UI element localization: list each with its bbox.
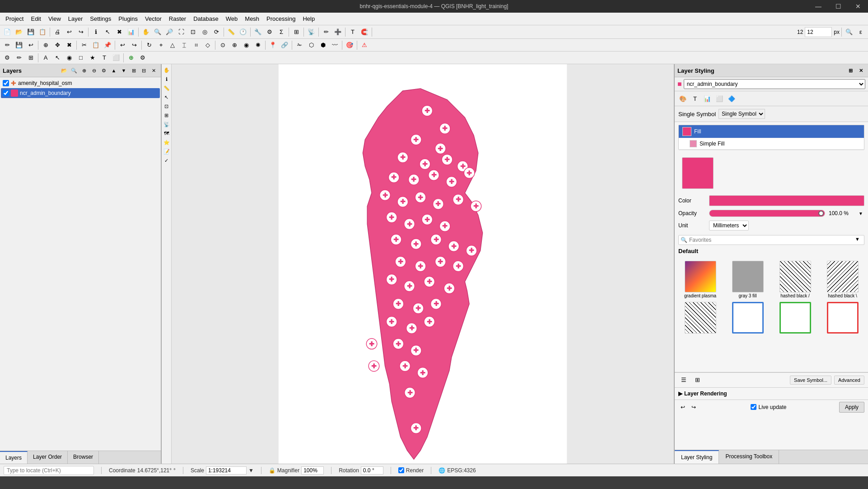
grid-view-btn[interactable]: ⊞ bbox=[692, 375, 703, 386]
symbol-red-outline[interactable] bbox=[821, 302, 864, 334]
open-project-button[interactable]: 📂 bbox=[14, 27, 24, 38]
font-size-input[interactable]: 12 bbox=[805, 27, 832, 37]
layer-select-dropdown[interactable]: ncr_admin_boundary bbox=[684, 79, 865, 89]
fill-color-preview[interactable] bbox=[682, 157, 714, 189]
menu-layer[interactable]: Layer bbox=[65, 14, 87, 24]
processing-button[interactable]: ⚙ bbox=[264, 27, 275, 38]
menu-edit[interactable]: Edit bbox=[27, 14, 44, 24]
layers-expand-btn[interactable]: ⊞ bbox=[129, 66, 138, 75]
pan-map-btn[interactable]: ✋ bbox=[163, 66, 171, 74]
layer-item-boundary[interactable]: ncr_admin_boundary bbox=[1, 88, 160, 98]
cut-features-button[interactable]: ✂ bbox=[79, 40, 89, 51]
zoom-full-button[interactable]: ⛶ bbox=[176, 27, 187, 38]
symbol-green-outline[interactable] bbox=[773, 302, 817, 334]
buffer-button[interactable]: ⬡ bbox=[306, 40, 317, 51]
filter-button[interactable]: 🔍 bbox=[844, 27, 854, 38]
menu-help[interactable]: Help bbox=[299, 14, 318, 24]
select-map-btn[interactable]: ↖ bbox=[163, 93, 171, 101]
live-update-checkbox[interactable] bbox=[751, 404, 756, 410]
add-feature-button[interactable]: ⊕ bbox=[40, 40, 51, 51]
part-button[interactable]: ⊕ bbox=[229, 40, 240, 51]
temporal-button[interactable]: 🕐 bbox=[238, 27, 248, 38]
zoom-select-btn[interactable]: ⊡ bbox=[163, 102, 171, 110]
snap-config-btn[interactable]: ⚙ bbox=[137, 52, 148, 63]
label-btn[interactable]: T bbox=[690, 93, 700, 104]
symbol-type-dropdown[interactable]: Single Symbol bbox=[719, 109, 765, 119]
settings-btn[interactable]: ⚙ bbox=[2, 52, 13, 63]
refresh-button[interactable]: ⟳ bbox=[211, 27, 222, 38]
symbol-crosshatch[interactable] bbox=[678, 302, 722, 334]
label-bold[interactable]: A bbox=[40, 52, 51, 63]
layers-filter-btn[interactable]: 🔍 bbox=[70, 66, 79, 75]
symbol-gray-3-fill[interactable]: gray 3 fill bbox=[726, 261, 770, 298]
layers-close-btn[interactable]: ✕ bbox=[149, 66, 158, 75]
favorites-search-input[interactable] bbox=[689, 237, 853, 243]
maximize-button[interactable]: ☐ bbox=[828, 0, 848, 13]
measure-button[interactable]: 📏 bbox=[226, 27, 237, 38]
layers-up-btn[interactable]: ▲ bbox=[109, 66, 118, 75]
menu-database[interactable]: Database bbox=[190, 14, 222, 24]
diagram-btn[interactable]: 📊 bbox=[702, 93, 713, 104]
mask-btn[interactable]: ⬜ bbox=[714, 93, 725, 104]
fill-ring-button[interactable]: ◉ bbox=[241, 40, 252, 51]
pin-button[interactable]: 📍 bbox=[267, 40, 278, 51]
menu-vector[interactable]: Vector bbox=[141, 14, 165, 24]
zoom-selection-button[interactable]: ◎ bbox=[199, 27, 210, 38]
save-as-button[interactable]: 📋 bbox=[37, 27, 48, 38]
layer-visibility-boundary[interactable] bbox=[3, 90, 9, 96]
apply-button[interactable]: Apply bbox=[839, 402, 864, 413]
menu-project[interactable]: Project bbox=[2, 14, 27, 24]
back-btn[interactable]: ↩ bbox=[678, 403, 687, 412]
symbol-tree-simple-fill[interactable]: Simple Fill bbox=[679, 138, 864, 150]
layers-open-btn[interactable]: 📂 bbox=[60, 66, 69, 75]
menu-settings[interactable]: Settings bbox=[86, 14, 115, 24]
menu-plugins[interactable]: Plugins bbox=[115, 14, 141, 24]
list-view-btn[interactable]: ☰ bbox=[678, 375, 689, 386]
copy-features-button[interactable]: 📋 bbox=[90, 40, 101, 51]
move-feature-button[interactable]: ✥ bbox=[52, 40, 63, 51]
reshape-button[interactable]: △ bbox=[167, 40, 178, 51]
menu-web[interactable]: Web bbox=[222, 14, 242, 24]
pan-button[interactable]: ✋ bbox=[140, 27, 151, 38]
undo-button[interactable]: ↩ bbox=[64, 27, 75, 38]
symbol-blue-outline[interactable] bbox=[726, 302, 770, 334]
overview-btn[interactable]: 🗺 bbox=[163, 129, 171, 137]
attribute-table-button[interactable]: 📊 bbox=[126, 27, 136, 38]
layer-visibility-hospital[interactable] bbox=[3, 80, 9, 86]
cursor-btn[interactable]: ↖ bbox=[52, 52, 63, 63]
gps-tools-btn[interactable]: 📡 bbox=[163, 120, 171, 128]
tab-browser[interactable]: Browser bbox=[68, 451, 99, 464]
rotation-input[interactable] bbox=[361, 466, 383, 475]
unit-dropdown[interactable]: Millimeters bbox=[709, 221, 749, 230]
menu-view[interactable]: View bbox=[45, 14, 65, 24]
snap-enable-btn[interactable]: ⊕ bbox=[126, 52, 136, 63]
label-tool-button[interactable]: T bbox=[347, 27, 358, 38]
redo-button[interactable]: ↪ bbox=[75, 27, 86, 38]
zoom-layer-button[interactable]: ⊡ bbox=[187, 27, 198, 38]
layers-add-btn[interactable]: ⊕ bbox=[79, 66, 89, 75]
select-button[interactable]: ↖ bbox=[102, 27, 113, 38]
topology-button[interactable]: 🔗 bbox=[279, 40, 290, 51]
3d-btn[interactable]: 🔷 bbox=[726, 93, 737, 104]
layers-settings-btn[interactable]: ⚙ bbox=[99, 66, 108, 75]
overlay-button[interactable]: ⬢ bbox=[317, 40, 328, 51]
zoom-out-button[interactable]: 🔎 bbox=[164, 27, 175, 38]
tile-button[interactable]: ⊞ bbox=[291, 27, 302, 38]
explode-button[interactable]: ✺ bbox=[252, 40, 263, 51]
rollback-button[interactable]: ↩ bbox=[25, 40, 36, 51]
add-layer-button[interactable]: ➕ bbox=[332, 27, 343, 38]
paste-features-button[interactable]: 📌 bbox=[102, 40, 113, 51]
layers-btn[interactable]: ⊞ bbox=[25, 52, 36, 63]
scale-dropdown-btn[interactable]: ▼ bbox=[248, 467, 254, 474]
text-box-btn[interactable]: ⬜ bbox=[111, 52, 121, 63]
magnifier-input[interactable] bbox=[301, 466, 324, 475]
layers-down-btn[interactable]: ▼ bbox=[119, 66, 128, 75]
square-btn[interactable]: □ bbox=[75, 52, 86, 63]
tab-layers[interactable]: Layers bbox=[0, 451, 28, 464]
spatial-bookmark-btn[interactable]: ⭐ bbox=[163, 138, 171, 146]
forward-btn[interactable]: ↪ bbox=[689, 403, 698, 412]
ring-button[interactable]: ⊙ bbox=[217, 40, 228, 51]
menu-mesh[interactable]: Mesh bbox=[241, 14, 263, 24]
scale-input[interactable] bbox=[206, 466, 247, 475]
qgis-error-button[interactable]: ⚠ bbox=[359, 40, 370, 51]
